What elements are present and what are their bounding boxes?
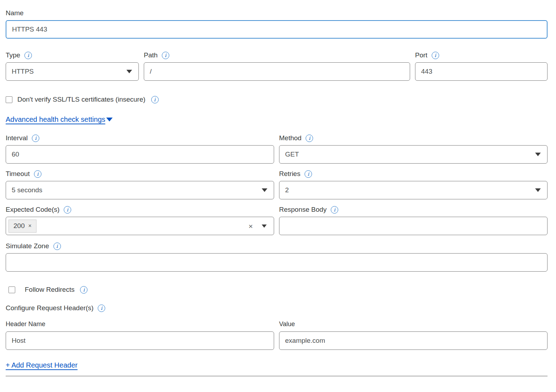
- path-input[interactable]: [144, 62, 410, 81]
- type-path-port-row: Type i HTTPS Path i Port i: [6, 51, 548, 81]
- info-icon[interactable]: i: [306, 135, 313, 142]
- expected-codes-multiselect[interactable]: 200 × ×: [6, 217, 274, 235]
- info-icon[interactable]: i: [331, 206, 338, 214]
- info-icon[interactable]: i: [305, 170, 312, 178]
- request-headers-section: Configure Request Header(s) i: [6, 304, 548, 312]
- verify-ssl-checkbox[interactable]: [6, 96, 12, 103]
- retries-label: Retries: [279, 170, 300, 178]
- field-retries: Retries i 2: [279, 170, 548, 199]
- field-method: Method i GET: [279, 134, 548, 164]
- codes-body-row: Expected Code(s) i 200 × × Response Body…: [6, 206, 548, 235]
- request-headers-section-label: Configure Request Header(s): [6, 304, 93, 312]
- field-port: Port i: [415, 51, 548, 81]
- path-label: Path: [144, 51, 158, 59]
- expected-code-tag-value: 200: [13, 222, 25, 230]
- caret-down-icon: [262, 188, 267, 192]
- follow-redirects-label: Follow Redirects: [25, 286, 74, 294]
- name-label: Name: [6, 9, 24, 17]
- tag-remove-icon[interactable]: ×: [28, 223, 32, 229]
- caret-down-icon: [535, 153, 541, 156]
- expected-code-tag: 200 ×: [8, 220, 36, 233]
- info-icon[interactable]: i: [151, 96, 159, 103]
- clear-icon[interactable]: ×: [249, 222, 253, 230]
- field-name: Name: [6, 9, 548, 39]
- info-icon[interactable]: i: [64, 206, 71, 214]
- caret-down-icon: [126, 70, 132, 73]
- interval-label: Interval: [6, 134, 28, 142]
- header-name-label: Header Name: [6, 320, 274, 328]
- advanced-settings-link[interactable]: Advanced health check settings: [6, 115, 113, 124]
- field-header-value: Value: [279, 320, 548, 350]
- field-simulate-zone: Simulate Zone i: [6, 242, 548, 272]
- field-header-name: Header Name: [6, 320, 274, 350]
- request-header-row: Header Name Value: [6, 320, 548, 350]
- timeout-retries-row: Timeout i 5 seconds Retries i 2: [6, 170, 548, 199]
- retries-select-value: 2: [285, 186, 289, 194]
- info-icon[interactable]: i: [34, 170, 41, 178]
- field-response-body: Response Body i: [279, 206, 548, 235]
- follow-redirects-checkbox[interactable]: [8, 286, 15, 293]
- method-select-value: GET: [285, 150, 299, 158]
- verify-ssl-label: Don't verify SSL/TLS certificates (insec…: [17, 96, 146, 103]
- timeout-label: Timeout: [6, 170, 30, 178]
- header-name-input[interactable]: [6, 331, 274, 350]
- interval-input[interactable]: [6, 145, 274, 164]
- method-select[interactable]: GET: [279, 145, 548, 164]
- field-path: Path i: [144, 51, 410, 81]
- method-label: Method: [279, 134, 301, 142]
- port-input[interactable]: [415, 62, 548, 81]
- field-timeout: Timeout i 5 seconds: [6, 170, 274, 199]
- field-interval: Interval i: [6, 134, 274, 164]
- timeout-select[interactable]: 5 seconds: [6, 181, 274, 199]
- field-type: Type i HTTPS: [6, 51, 139, 81]
- section-divider: [6, 376, 548, 376]
- info-icon[interactable]: i: [432, 52, 439, 59]
- type-select-value: HTTPS: [12, 68, 34, 75]
- caret-down-icon[interactable]: [262, 225, 267, 228]
- advanced-settings-label: Advanced health check settings: [6, 115, 105, 124]
- header-value-input[interactable]: [279, 331, 548, 350]
- simulate-zone-input[interactable]: [6, 253, 548, 272]
- response-body-label: Response Body: [279, 206, 327, 214]
- info-icon[interactable]: i: [24, 52, 32, 59]
- type-label: Type: [6, 51, 20, 59]
- type-select[interactable]: HTTPS: [6, 62, 139, 81]
- info-icon[interactable]: i: [32, 135, 39, 142]
- simulate-zone-label: Simulate Zone: [6, 242, 49, 250]
- name-input[interactable]: [6, 20, 548, 39]
- interval-method-row: Interval i Method i GET: [6, 134, 548, 164]
- field-expected-codes: Expected Code(s) i 200 × ×: [6, 206, 274, 235]
- expected-codes-label: Expected Code(s): [6, 206, 59, 214]
- retries-select[interactable]: 2: [279, 181, 548, 199]
- info-icon[interactable]: i: [80, 286, 87, 294]
- timeout-select-value: 5 seconds: [12, 186, 42, 194]
- add-request-header-link[interactable]: + Add Request Header: [6, 361, 78, 369]
- verify-ssl-row: Don't verify SSL/TLS certificates (insec…: [6, 96, 548, 103]
- port-label: Port: [415, 51, 427, 59]
- follow-redirects-row: Follow Redirects i: [6, 286, 548, 294]
- caret-down-icon: [106, 118, 113, 121]
- caret-down-icon: [535, 188, 541, 192]
- response-body-input[interactable]: [279, 217, 548, 235]
- info-icon[interactable]: i: [162, 52, 169, 59]
- info-icon[interactable]: i: [98, 305, 105, 312]
- header-value-label: Value: [279, 320, 548, 328]
- info-icon[interactable]: i: [53, 243, 61, 250]
